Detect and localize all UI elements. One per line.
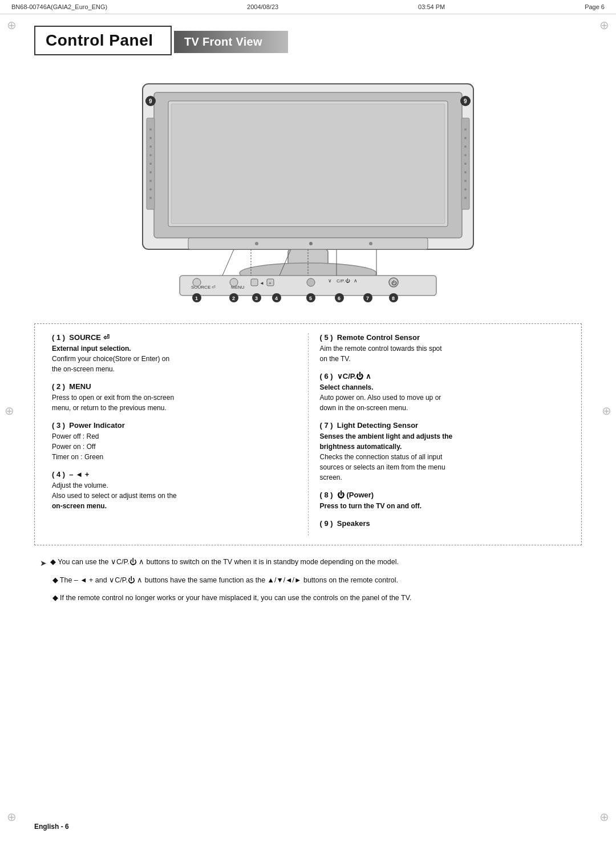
- note-indent-2: [40, 575, 49, 587]
- svg-point-31: [230, 278, 238, 286]
- note-item-1: ➤ ◆ You can use the ∨C/P.⏻ ∧ buttons to …: [40, 557, 576, 569]
- page-title: Control Panel: [46, 31, 153, 50]
- svg-text:+: +: [269, 281, 271, 286]
- svg-point-23: [464, 197, 467, 199]
- desc-item-7-header: ( 7 ) Light Detecting Sensor: [320, 421, 565, 430]
- desc-item-3: ( 3 ) Power Indicator Power off : Red Po…: [52, 421, 297, 462]
- desc-item-8: ( 8 ) ⏻ (Power) Press to turn the TV on …: [320, 491, 565, 511]
- svg-rect-3: [171, 104, 445, 224]
- svg-text:5: 5: [309, 295, 312, 301]
- reg-mark-bottom-right: ⊕: [599, 810, 609, 824]
- desc-item-9: ( 9 ) Speakers: [320, 519, 565, 528]
- desc-left-column: ( 1 ) SOURCE ⏎ External input selection.…: [46, 333, 309, 536]
- control-panel-title-box: Control Panel: [34, 26, 172, 55]
- svg-text:9: 9: [149, 98, 152, 104]
- desc-item-4-header: ( 4 ) – ◄ +: [52, 470, 297, 479]
- header-date: 2004/08/23: [247, 3, 278, 10]
- desc-item-6-header: ( 6 ) ∨C/P.⏻ ∧: [320, 372, 565, 380]
- svg-text:∨: ∨: [328, 278, 332, 284]
- svg-text:8: 8: [392, 295, 395, 301]
- reg-mark-bottom-left: ⊕: [7, 810, 17, 824]
- svg-point-6: [149, 137, 152, 139]
- note-text-2: ◆ The – ◄ + and ∨C/P.⏻ ∧ buttons have th…: [52, 575, 398, 586]
- desc-item-7-body: Senses the ambient light and adjusts the…: [320, 431, 565, 483]
- header-page: Page 6: [585, 3, 605, 10]
- svg-text:2: 2: [232, 295, 235, 301]
- tv-diagram-svg: SOURCE ⏎ MENU ◄ + ∨ C/P.⏻ ∧: [74, 72, 542, 312]
- desc-item-6-body: Select channels. Auto power on. Also use…: [320, 382, 565, 413]
- svg-text:6: 6: [338, 295, 341, 301]
- svg-point-19: [464, 163, 467, 165]
- svg-point-36: [307, 278, 315, 286]
- tv-diagram-container: SOURCE ⏎ MENU ◄ + ∨ C/P.⏻ ∧: [34, 72, 582, 312]
- header-bar: BN68-00746A(GAIA2_Euro_ENG) 2004/08/23 0…: [0, 0, 616, 14]
- svg-point-12: [149, 188, 152, 191]
- header-time: 03:54 PM: [418, 3, 445, 10]
- desc-item-1: ( 1 ) SOURCE ⏎ External input selection.…: [52, 333, 297, 374]
- desc-item-5: ( 5 ) Remote Control Sensor Aim the remo…: [320, 333, 565, 364]
- svg-point-16: [464, 137, 467, 139]
- note-arrow-icon: ➤: [40, 557, 47, 569]
- svg-point-70: [309, 242, 313, 245]
- desc-item-3-body: Power off : Red Power on : Off Timer on …: [52, 431, 297, 462]
- svg-point-20: [464, 171, 467, 173]
- notes-section: ➤ ◆ You can use the ∨C/P.⏻ ∧ buttons to …: [34, 557, 582, 605]
- desc-item-5-header: ( 5 ) Remote Control Sensor: [320, 333, 565, 342]
- svg-point-17: [464, 145, 467, 148]
- desc-right-column: ( 5 ) Remote Control Sensor Aim the remo…: [309, 333, 570, 536]
- svg-text:1: 1: [195, 295, 198, 301]
- svg-text:4: 4: [275, 295, 278, 301]
- header-filename: BN68-00746A(GAIA2_Euro_ENG): [11, 3, 107, 10]
- svg-text:7: 7: [366, 295, 369, 301]
- main-content: Control Panel TV Front View: [0, 14, 616, 628]
- desc-item-3-header: ( 3 ) Power Indicator: [52, 421, 297, 430]
- svg-point-21: [464, 180, 467, 182]
- svg-point-18: [464, 154, 467, 156]
- svg-point-69: [369, 242, 372, 245]
- svg-text:9: 9: [464, 98, 467, 104]
- footer-text: English - 6: [34, 823, 69, 831]
- note-indent-3: [40, 593, 49, 605]
- desc-item-5-body: Aim the remote control towards this spot…: [320, 343, 565, 364]
- desc-item-8-body: Press to turn the TV on and off.: [320, 501, 565, 511]
- svg-rect-32: [251, 279, 258, 286]
- desc-item-6: ( 6 ) ∨C/P.⏻ ∧ Select channels. Auto pow…: [320, 372, 565, 413]
- desc-item-9-header: ( 9 ) Speakers: [320, 519, 565, 528]
- svg-text:◄: ◄: [260, 281, 264, 286]
- svg-point-9: [149, 163, 152, 165]
- page-container: BN68-00746A(GAIA2_Euro_ENG) 2004/08/23 0…: [0, 0, 616, 842]
- svg-point-11: [149, 180, 152, 182]
- section-title: TV Front View: [184, 35, 278, 48]
- svg-text:C/P.⏻: C/P.⏻: [337, 278, 350, 284]
- svg-text:∧: ∧: [354, 278, 358, 284]
- desc-item-1-header: ( 1 ) SOURCE ⏎: [52, 333, 297, 342]
- svg-point-7: [149, 145, 152, 148]
- description-box: ( 1 ) SOURCE ⏎ External input selection.…: [34, 323, 582, 545]
- desc-item-1-body: External input selection. Confirm your c…: [52, 343, 297, 374]
- desc-item-7: ( 7 ) Light Detecting Sensor Senses the …: [320, 421, 565, 483]
- desc-item-4-body: Adjust the volume. Also used to select o…: [52, 480, 297, 511]
- desc-item-4: ( 4 ) – ◄ + Adjust the volume. Also used…: [52, 470, 297, 511]
- svg-point-30: [193, 278, 201, 286]
- svg-text:3: 3: [255, 295, 258, 301]
- svg-point-13: [149, 197, 152, 199]
- svg-point-10: [149, 171, 152, 173]
- note-text-3: ◆ If the remote control no longer works …: [52, 593, 412, 604]
- note-text-1: ◆ You can use the ∨C/P.⏻ ∧ buttons to sw…: [50, 557, 399, 568]
- desc-item-2-body: Press to open or exit from the on-screen…: [52, 392, 297, 413]
- svg-point-68: [255, 242, 258, 245]
- svg-text:⏻: ⏻: [391, 280, 397, 286]
- svg-point-5: [149, 128, 152, 131]
- svg-line-64: [222, 249, 234, 276]
- desc-item-8-header: ( 8 ) ⏻ (Power): [320, 491, 565, 499]
- note-item-2: ◆ The – ◄ + and ∨C/P.⏻ ∧ buttons have th…: [40, 575, 576, 587]
- svg-rect-26: [188, 238, 428, 249]
- svg-point-22: [464, 188, 467, 191]
- desc-item-2-header: ( 2 ) MENU: [52, 382, 297, 391]
- section-header: TV Front View: [174, 31, 288, 53]
- note-item-3: ◆ If the remote control no longer works …: [40, 593, 576, 605]
- desc-item-2: ( 2 ) MENU Press to open or exit from th…: [52, 382, 297, 413]
- svg-point-8: [149, 154, 152, 156]
- svg-point-15: [464, 128, 467, 131]
- page-footer: English - 6: [34, 823, 582, 831]
